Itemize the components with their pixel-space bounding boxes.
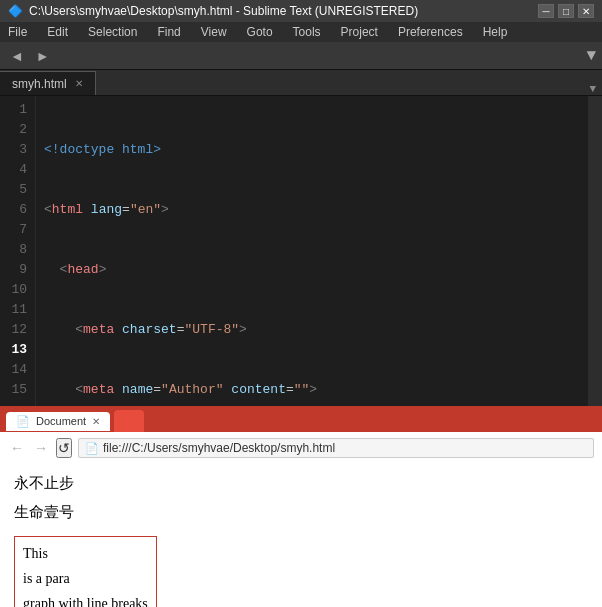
browser-tab-document[interactable]: 📄 Document ✕: [6, 412, 110, 431]
browser-tab-close-icon[interactable]: ✕: [92, 416, 100, 427]
toolbar: ◄ ► ▼: [0, 42, 602, 70]
title-bar: 🔷 C:\Users\smyhvae\Desktop\smyh.html - S…: [0, 0, 602, 22]
browser-para-box: This is a para graph with line breaks: [14, 536, 157, 607]
editor-wrapper: 1 2 3 4 5 6 7 8 9 10 11 12 13 14 15 <!do…: [0, 96, 602, 406]
tab-options-icon[interactable]: ▼: [589, 83, 602, 95]
browser-tab-label: Document: [36, 415, 86, 427]
menu-view[interactable]: View: [197, 25, 231, 39]
tab-label: smyh.html: [12, 77, 67, 91]
editor[interactable]: 1 2 3 4 5 6 7 8 9 10 11 12 13 14 15 <!do…: [0, 96, 602, 406]
browser-content: 永不止步 生命壹号 This is a para graph with line…: [0, 464, 602, 607]
browser-back-button[interactable]: ←: [8, 440, 26, 456]
menu-project[interactable]: Project: [337, 25, 382, 39]
maximize-button[interactable]: □: [558, 4, 574, 18]
browser-text-line1: 永不止步: [14, 474, 588, 493]
menu-bar: File Edit Selection Find View Goto Tools…: [0, 22, 602, 42]
tab-bar: smyh.html ✕ ▼: [0, 70, 602, 96]
editor-scrollbar[interactable]: [588, 96, 602, 406]
window-title: C:\Users\smyhvae\Desktop\smyh.html - Sub…: [29, 4, 418, 18]
minimize-button[interactable]: ─: [538, 4, 554, 18]
nav-forward-button[interactable]: ►: [32, 46, 54, 66]
menu-file[interactable]: File: [4, 25, 31, 39]
menu-preferences[interactable]: Preferences: [394, 25, 467, 39]
browser-tab-empty[interactable]: [114, 410, 144, 432]
browser-para-line2: is a para: [23, 566, 148, 591]
browser-url-text: file:///C:/Users/smyhvae/Desktop/smyh.ht…: [103, 441, 335, 455]
browser-panel: 📄 Document ✕ ← → ↺ 📄 file:///C:/Users/sm…: [0, 406, 602, 607]
browser-tab-icon: 📄: [16, 415, 30, 428]
nav-back-button[interactable]: ◄: [6, 46, 28, 66]
menu-tools[interactable]: Tools: [289, 25, 325, 39]
menu-help[interactable]: Help: [479, 25, 512, 39]
browser-tab-bar: 📄 Document ✕: [0, 406, 602, 432]
menu-find[interactable]: Find: [153, 25, 184, 39]
browser-reload-button[interactable]: ↺: [56, 438, 72, 458]
toolbar-options-icon[interactable]: ▼: [586, 47, 596, 65]
browser-para-line3: graph with line breaks: [23, 591, 148, 607]
code-area[interactable]: <!doctype html> <html lang="en"> <head> …: [36, 96, 588, 406]
tab-close-icon[interactable]: ✕: [75, 78, 83, 89]
browser-para-line1: This: [23, 541, 148, 566]
browser-forward-button[interactable]: →: [32, 440, 50, 456]
close-button[interactable]: ✕: [578, 4, 594, 18]
browser-address-bar: ← → ↺ 📄 file:///C:/Users/smyhvae/Desktop…: [0, 432, 602, 464]
browser-url-icon: 📄: [85, 442, 99, 455]
menu-edit[interactable]: Edit: [43, 25, 72, 39]
line-numbers: 1 2 3 4 5 6 7 8 9 10 11 12 13 14 15: [0, 96, 36, 406]
tab-smyh-html[interactable]: smyh.html ✕: [0, 71, 96, 95]
menu-goto[interactable]: Goto: [243, 25, 277, 39]
browser-text-line2: 生命壹号: [14, 503, 588, 522]
app-icon: 🔷: [8, 4, 23, 18]
browser-url-box[interactable]: 📄 file:///C:/Users/smyhvae/Desktop/smyh.…: [78, 438, 594, 458]
menu-selection[interactable]: Selection: [84, 25, 141, 39]
